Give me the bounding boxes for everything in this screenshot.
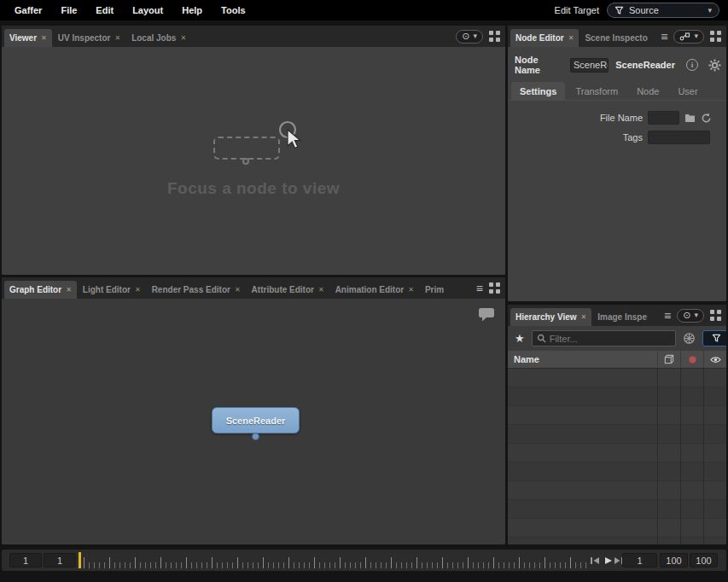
column-separator — [657, 369, 658, 544]
annotation-bubble-icon[interactable] — [478, 307, 495, 323]
close-icon[interactable]: ✕ — [318, 286, 324, 294]
editor-focus-menu-button[interactable]: ▾ — [673, 30, 704, 44]
tab-menu-icon[interactable]: ≡ — [661, 30, 667, 44]
close-icon[interactable]: ✕ — [66, 286, 72, 294]
subtab-node[interactable]: Node — [628, 82, 667, 100]
filter-menu-button[interactable]: ▾ — [702, 330, 726, 346]
tab-graph-editor[interactable]: Graph Editor ✕ — [4, 281, 77, 299]
search-icon — [537, 334, 546, 343]
layout-grid-icon[interactable] — [489, 282, 500, 294]
funnel-icon — [712, 334, 721, 343]
hierarchy-row — [508, 369, 726, 387]
hierarchy-tabbar: Hierarchy View ✕ Image Inspe ≡ ⊙ ▾ — [508, 305, 726, 326]
scene-reader-node[interactable]: SceneReader — [212, 407, 300, 434]
tab-viewer[interactable]: Viewer ✕ — [4, 29, 52, 47]
tab-primitive-inspector[interactable]: Prim — [420, 281, 449, 299]
hierarchy-row — [508, 463, 726, 481]
tab-scene-inspector[interactable]: Scene Inspecto — [579, 29, 652, 47]
node-name-input[interactable]: SceneReader — [570, 58, 609, 73]
viewer-panel: Viewer ✕ UV Inspector ✕ Local Jobs ✕ ⊙ ▾ — [2, 26, 505, 275]
hierarchy-toolbar: ★ ▾ — [508, 326, 726, 351]
editor-focus-menu-button[interactable]: ⊙ ▾ — [677, 309, 704, 323]
info-icon[interactable]: i — [686, 59, 698, 71]
cube-column-header[interactable] — [657, 351, 680, 368]
close-icon[interactable]: ✕ — [581, 313, 587, 321]
subtab-user[interactable]: User — [669, 82, 706, 100]
tab-image-inspector[interactable]: Image Inspe — [592, 308, 652, 326]
tags-label: Tags — [508, 132, 643, 143]
gear-icon[interactable] — [708, 59, 721, 72]
tab-label: Hierarchy View — [515, 312, 577, 322]
layout-grid-icon[interactable] — [710, 310, 721, 321]
filter-box[interactable] — [532, 330, 676, 346]
exclude-column-header[interactable] — [680, 351, 703, 368]
close-icon[interactable]: ✕ — [180, 34, 186, 42]
funnel-icon — [614, 6, 624, 15]
folder-icon[interactable] — [684, 113, 696, 123]
eye-icon — [710, 356, 721, 364]
current-frame-input[interactable]: 1 — [622, 553, 657, 567]
playback-end-input[interactable]: 100 — [660, 553, 688, 567]
tab-local-jobs[interactable]: Local Jobs ✕ — [126, 29, 191, 47]
viewer-focus-menu-button[interactable]: ⊙ ▾ — [456, 30, 483, 44]
tab-hierarchy-view[interactable]: Hierarchy View ✕ — [510, 308, 591, 326]
viewer-placeholder-text: Focus a node to view — [2, 179, 505, 198]
tab-uv-inspector[interactable]: UV Inspector ✕ — [53, 29, 125, 47]
subtab-settings[interactable]: Settings — [511, 82, 565, 100]
skip-to-start-icon[interactable] — [590, 556, 600, 566]
menu-layout[interactable]: Layout — [123, 5, 172, 15]
tab-menu-icon[interactable]: ≡ — [476, 282, 483, 295]
hierarchy-table-header: Name — [508, 351, 726, 369]
graph-editor-canvas[interactable]: SceneReader — [2, 299, 505, 544]
menu-gaffer[interactable]: Gaffer — [5, 5, 51, 15]
hierarchy-rows[interactable] — [508, 369, 726, 544]
close-icon[interactable]: ✕ — [114, 34, 120, 42]
name-column-header[interactable]: Name — [508, 351, 657, 368]
tab-attribute-editor[interactable]: Attribute Editor ✕ — [247, 281, 329, 299]
play-icon[interactable] — [603, 556, 613, 566]
layout-grid-icon[interactable] — [710, 31, 721, 42]
tab-menu-icon[interactable]: ≡ — [664, 309, 671, 323]
timeline-ruler[interactable] — [84, 552, 587, 568]
playback-start-input[interactable]: 1 — [44, 553, 76, 567]
node-output-plug[interactable] — [252, 433, 259, 440]
close-icon[interactable]: ✕ — [235, 286, 241, 294]
menu-edit[interactable]: Edit — [86, 5, 123, 15]
close-icon[interactable]: ✕ — [135, 286, 141, 294]
graph-editor-panel: Graph Editor ✕ Light Editor ✕ Render Pas… — [2, 277, 505, 544]
star-icon[interactable]: ★ — [515, 333, 525, 344]
tab-render-pass-editor[interactable]: Render Pass Editor ✕ — [147, 281, 246, 299]
menu-help[interactable]: Help — [172, 5, 212, 15]
tab-label: Prim — [425, 285, 444, 294]
hierarchy-row — [508, 500, 726, 519]
refresh-icon[interactable] — [701, 113, 712, 124]
edit-target-value: Source — [629, 5, 702, 15]
visibility-column-header[interactable] — [703, 351, 726, 368]
wheel-icon[interactable] — [683, 332, 696, 345]
hierarchy-row — [508, 425, 726, 444]
tab-node-editor[interactable]: Node Editor ✕ — [510, 29, 579, 47]
hierarchy-content: ★ ▾ — [508, 326, 726, 544]
close-icon[interactable]: ✕ — [568, 34, 574, 42]
close-icon[interactable]: ✕ — [408, 286, 414, 294]
cursor-icon — [277, 120, 306, 154]
tab-label: Render Pass Editor — [152, 285, 230, 294]
tab-light-editor[interactable]: Light Editor ✕ — [78, 281, 146, 299]
close-icon[interactable]: ✕ — [41, 34, 47, 42]
layout-grid-icon[interactable] — [489, 31, 500, 42]
menu-tools[interactable]: Tools — [212, 5, 255, 15]
cube-icon — [664, 354, 674, 364]
tab-animation-editor[interactable]: Animation Editor ✕ — [330, 281, 419, 299]
file-name-input[interactable] — [648, 111, 679, 125]
tags-input[interactable] — [648, 131, 710, 144]
playhead-marker[interactable] — [79, 552, 81, 568]
subtab-transform[interactable]: Transform — [567, 82, 626, 100]
hierarchy-row — [508, 387, 726, 406]
end-frame-input[interactable]: 100 — [690, 553, 718, 567]
node-editor-panel: Node Editor ✕ Scene Inspecto ≡ ▾ — [508, 26, 726, 301]
edit-target-dropdown[interactable]: Source ▾ — [607, 3, 719, 18]
menu-file[interactable]: File — [51, 5, 86, 15]
filter-input[interactable] — [550, 334, 671, 344]
viewer-content[interactable]: Focus a node to view — [2, 47, 505, 275]
start-frame-input[interactable]: 1 — [9, 553, 42, 567]
